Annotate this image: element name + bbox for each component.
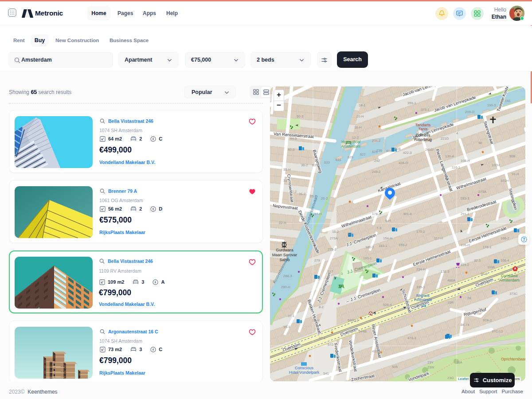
svg-text:234-H: 234-H — [416, 267, 426, 271]
svg-text:541: 541 — [323, 372, 329, 376]
svg-text:73: 73 — [478, 307, 482, 311]
svg-text:Yogaschool: Yogaschool — [341, 140, 361, 144]
svg-text:275-3: 275-3 — [328, 247, 336, 251]
svg-text:183-1: 183-1 — [379, 244, 387, 248]
svg-text:97C-13: 97C-13 — [492, 329, 503, 333]
svg-text:24-1: 24-1 — [359, 103, 365, 107]
svg-text:84-74: 84-74 — [461, 323, 469, 327]
svg-text:178-1: 178-1 — [483, 245, 491, 249]
svg-text:50-3: 50-3 — [297, 114, 303, 118]
svg-text:422-3: 422-3 — [403, 151, 411, 155]
svg-text:Gymbase: Gymbase — [501, 274, 518, 278]
svg-text:493-1: 493-1 — [372, 349, 380, 353]
svg-text:373C: 373C — [509, 292, 518, 296]
svg-text:Oprichtersbaan: Oprichtersbaan — [501, 357, 525, 361]
svg-text:166-2: 166-2 — [501, 236, 509, 240]
svg-text:25-2: 25-2 — [310, 194, 317, 198]
svg-text:Tanis: Tanis — [418, 127, 428, 131]
svg-text:193-1: 193-1 — [363, 256, 372, 260]
svg-text:241D: 241D — [425, 148, 434, 152]
svg-text:159-2: 159-2 — [399, 243, 407, 247]
svg-text:9E: 9E — [478, 141, 482, 145]
svg-text:3: 3 — [341, 272, 343, 276]
svg-text:117-H: 117-H — [434, 236, 443, 240]
svg-text:608: 608 — [386, 149, 392, 153]
svg-text:8-1: 8-1 — [348, 232, 352, 236]
svg-text:97A-2: 97A-2 — [483, 318, 492, 322]
svg-text:106-H: 106-H — [461, 243, 470, 247]
svg-text:191: 191 — [505, 99, 511, 103]
svg-text:35-H: 35-H — [283, 168, 290, 172]
svg-text:37-1: 37-1 — [288, 314, 294, 318]
svg-text:A: A — [514, 267, 516, 270]
svg-text:Ritterbrug: Ritterbrug — [414, 137, 432, 142]
svg-text:486A: 486A — [447, 278, 456, 282]
svg-text:572-3: 572-3 — [328, 343, 336, 347]
svg-text:36-3: 36-3 — [481, 272, 487, 276]
svg-text:234-2: 234-2 — [372, 139, 380, 143]
svg-text:544B: 544B — [359, 329, 367, 333]
svg-text:631: 631 — [336, 158, 341, 162]
svg-text:116-1: 116-1 — [452, 165, 460, 169]
svg-text:44-3: 44-3 — [290, 137, 297, 141]
svg-text:283-3: 283-3 — [461, 196, 469, 200]
svg-text:23W: 23W — [427, 365, 434, 369]
svg-text:209-O: 209-O — [465, 110, 474, 114]
svg-text:23G: 23G — [447, 376, 454, 380]
svg-text:117: 117 — [328, 270, 333, 274]
svg-text:Feithstraat: Feithstraat — [414, 297, 432, 302]
svg-text:505: 505 — [392, 365, 398, 369]
svg-text:119-2: 119-2 — [461, 263, 469, 267]
svg-text:279: 279 — [314, 258, 320, 262]
svg-text:4: 4 — [456, 131, 458, 135]
svg-text:102H: 102H — [492, 163, 500, 167]
svg-text:540D-1: 540D-1 — [348, 318, 359, 322]
svg-text:Hotel Vondelpark: Hotel Vondelpark — [289, 370, 320, 375]
svg-text:12-2: 12-2 — [352, 136, 359, 140]
svg-text:245-2: 245-2 — [372, 170, 380, 174]
svg-text:373-1: 373-1 — [421, 108, 429, 112]
svg-text:Maan Sarovar: Maan Sarovar — [272, 253, 297, 257]
svg-text:130-4: 130-4 — [445, 154, 454, 158]
svg-text:40-3: 40-3 — [288, 148, 294, 152]
svg-text:221D: 221D — [441, 137, 449, 141]
svg-text:14-H: 14-H — [312, 318, 319, 322]
svg-text:Cornelis: Cornelis — [415, 133, 430, 137]
svg-text:606: 606 — [395, 147, 401, 151]
svg-text:32-1: 32-1 — [474, 258, 481, 262]
svg-text:288-3: 288-3 — [283, 274, 292, 278]
svg-text:291-1: 291-1 — [461, 212, 469, 216]
svg-text:16-H: 16-H — [354, 125, 361, 129]
svg-text:131-3: 131-3 — [441, 270, 449, 274]
svg-text:26-2: 26-2 — [321, 196, 328, 200]
svg-text:18A: 18A — [456, 360, 462, 364]
svg-text:23Y: 23Y — [427, 360, 434, 364]
svg-text:6-H: 6-H — [385, 219, 391, 223]
svg-text:154-H: 154-H — [383, 236, 392, 240]
svg-text:110A: 110A — [487, 265, 495, 269]
svg-text:242: 242 — [374, 159, 380, 163]
svg-text:17-H: 17-H — [314, 212, 321, 216]
svg-text:627: 627 — [360, 153, 366, 156]
svg-text:31-2: 31-2 — [299, 192, 305, 196]
svg-text:526-4: 526-4 — [383, 303, 391, 307]
svg-text:Amsterdam: Amsterdam — [499, 278, 520, 282]
svg-text:633: 633 — [324, 160, 330, 164]
svg-text:273A: 273A — [330, 236, 338, 240]
svg-text:Conscious: Conscious — [295, 366, 314, 370]
svg-text:625: 625 — [372, 150, 378, 154]
svg-text:Gurdwara: Gurdwara — [276, 248, 293, 252]
svg-text:37-1: 37-1 — [319, 336, 325, 340]
svg-text:33: 33 — [283, 179, 287, 183]
svg-text:335-1: 335-1 — [416, 285, 425, 289]
svg-text:8-2: 8-2 — [319, 305, 324, 309]
svg-text:24: 24 — [467, 296, 471, 300]
svg-text:36-2: 36-2 — [301, 163, 308, 167]
svg-text:86B: 86B — [509, 154, 516, 158]
svg-text:39-3: 39-3 — [283, 325, 290, 329]
svg-text:473-3: 473-3 — [407, 336, 416, 340]
svg-text:16-2: 16-2 — [332, 230, 339, 234]
svg-text:359-1: 359-1 — [407, 101, 416, 105]
svg-text:199-3: 199-3 — [487, 103, 496, 107]
svg-text:635: 635 — [312, 163, 318, 167]
